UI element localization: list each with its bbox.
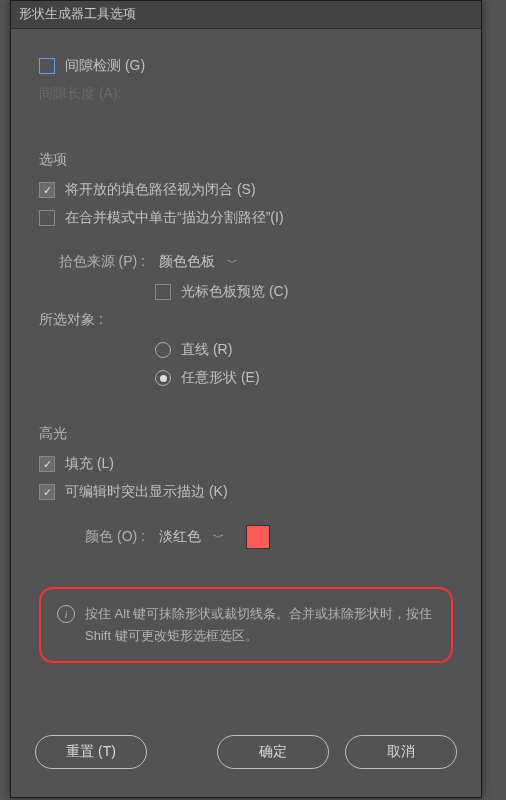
pick-color-from-label: 拾色来源 (P) :: [39, 253, 145, 271]
highlight-color-value: 淡红色: [159, 528, 201, 546]
cancel-button-label: 取消: [387, 743, 415, 761]
selection-straight-radio[interactable]: [155, 342, 171, 358]
highlight-color-row: 颜色 (O) : 淡红色 ﹀: [39, 525, 453, 549]
highlight-color-swatch[interactable]: [246, 525, 270, 549]
click-stroke-split-label: 在合并模式中单击“描边分割路径”(I): [65, 209, 284, 227]
highlight-editable-stroke-row[interactable]: 可编辑时突出显示描边 (K): [39, 483, 453, 501]
gap-detection-label: 间隙检测 (G): [65, 57, 145, 75]
highlight-fill-label: 填充 (L): [65, 455, 114, 473]
highlight-fill-checkbox[interactable]: [39, 456, 55, 472]
pick-color-from-row: 拾色来源 (P) : 颜色色板 ﹀: [39, 251, 453, 273]
ok-button-label: 确定: [259, 743, 287, 761]
highlight-editable-stroke-checkbox[interactable]: [39, 484, 55, 500]
cursor-swatch-preview-row[interactable]: 光标色板预览 (C): [39, 283, 453, 301]
click-stroke-split-row[interactable]: 在合并模式中单击“描边分割路径”(I): [39, 209, 453, 227]
cancel-button[interactable]: 取消: [345, 735, 457, 769]
dialog-content: 间隙检测 (G) 间隙长度 (A): 选项 将开放的填色路径视为闭合 (S) 在…: [11, 29, 481, 735]
pick-color-from-value: 颜色色板: [159, 253, 215, 271]
highlight-fill-row[interactable]: 填充 (L): [39, 455, 453, 473]
selection-freeform-radio[interactable]: [155, 370, 171, 386]
gap-length-label: 间隙长度 (A):: [39, 85, 121, 101]
info-icon: i: [57, 605, 75, 623]
button-bar: 重置 (T) 确定 取消: [11, 735, 481, 797]
selection-freeform-label: 任意形状 (E): [181, 369, 260, 387]
selection-freeform-row[interactable]: 任意形状 (E): [39, 369, 453, 387]
selection-label: 所选对象 :: [39, 311, 453, 329]
gap-length-disabled-row: 间隙长度 (A):: [39, 85, 453, 103]
gap-detection-checkbox[interactable]: [39, 58, 55, 74]
info-text: 按住 Alt 键可抹除形状或裁切线条。合并或抹除形状时，按住 Shift 键可更…: [85, 603, 435, 647]
reset-button[interactable]: 重置 (T): [35, 735, 147, 769]
highlight-section-label: 高光: [39, 425, 453, 443]
treat-open-as-closed-label: 将开放的填色路径视为闭合 (S): [65, 181, 256, 199]
shape-builder-options-dialog: 形状生成器工具选项 间隙检测 (G) 间隙长度 (A): 选项 将开放的填色路径…: [10, 0, 482, 798]
options-section-label: 选项: [39, 151, 453, 169]
highlight-color-label: 颜色 (O) :: [39, 528, 145, 546]
treat-open-as-closed-row[interactable]: 将开放的填色路径视为闭合 (S): [39, 181, 453, 199]
highlight-editable-stroke-label: 可编辑时突出显示描边 (K): [65, 483, 228, 501]
selection-straight-row[interactable]: 直线 (R): [39, 341, 453, 359]
cursor-swatch-preview-checkbox[interactable]: [155, 284, 171, 300]
chevron-down-icon: ﹀: [213, 530, 224, 545]
selection-straight-label: 直线 (R): [181, 341, 232, 359]
dialog-title: 形状生成器工具选项: [11, 1, 481, 29]
info-box: i 按住 Alt 键可抹除形状或裁切线条。合并或抹除形状时，按住 Shift 键…: [39, 587, 453, 663]
click-stroke-split-checkbox[interactable]: [39, 210, 55, 226]
treat-open-as-closed-checkbox[interactable]: [39, 182, 55, 198]
gap-detection-row[interactable]: 间隙检测 (G): [39, 57, 453, 75]
pick-color-from-select[interactable]: 颜色色板 ﹀: [155, 251, 242, 273]
cursor-swatch-preview-label: 光标色板预览 (C): [181, 283, 288, 301]
highlight-color-select[interactable]: 淡红色 ﹀: [155, 526, 228, 548]
chevron-down-icon: ﹀: [227, 255, 238, 270]
reset-button-label: 重置 (T): [66, 743, 116, 761]
ok-button[interactable]: 确定: [217, 735, 329, 769]
